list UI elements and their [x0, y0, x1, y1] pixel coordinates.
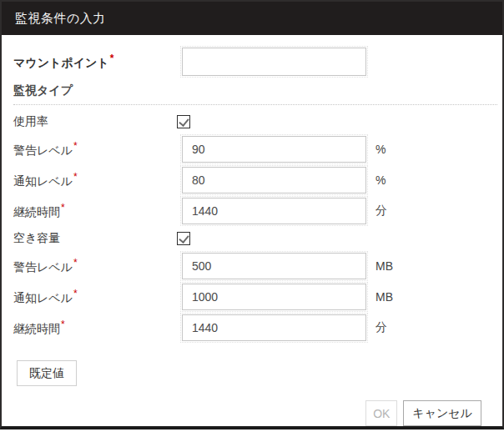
usage-duration-row: 継続時間* 分: [13, 198, 502, 224]
default-values-button[interactable]: 既定値: [17, 360, 77, 386]
usage-warning-label-text: 警告レベル: [13, 143, 73, 157]
usage-warning-unit: %: [375, 143, 386, 156]
required-asterisk: *: [73, 288, 78, 299]
free-notify-unit: MB: [375, 290, 393, 304]
mount-point-label-text: マウントポイント: [13, 56, 109, 69]
usage-rate-checkbox[interactable]: [177, 115, 190, 128]
free-warning-unit: MB: [375, 259, 393, 273]
required-asterisk: *: [73, 140, 78, 152]
required-asterisk: *: [110, 53, 114, 64]
section-monitor-type: 監視タイプ: [13, 83, 497, 105]
cancel-button[interactable]: キャンセル: [403, 400, 481, 426]
dialog-title: 監視条件の入力: [2, 2, 502, 35]
usage-duration-label-text: 継続時間: [13, 205, 60, 219]
usage-rate-row: 使用率: [13, 115, 502, 128]
free-duration-row: 継続時間* 分: [13, 314, 502, 341]
usage-notify-input[interactable]: [182, 167, 366, 193]
monitor-condition-dialog: 監視条件の入力 マウントポイント* 監視タイプ 使用率 警告レベル* % 通知レ…: [0, 0, 504, 429]
ok-button[interactable]: OK: [365, 400, 397, 426]
free-notify-input[interactable]: [182, 284, 366, 310]
dialog-footer: OK キャンセル: [13, 400, 502, 426]
free-duration-label-text: 継続時間: [13, 322, 60, 335]
required-asterisk: *: [73, 257, 78, 269]
usage-warning-label: 警告レベル*: [13, 140, 182, 158]
usage-notify-unit: %: [375, 173, 386, 187]
usage-notify-row: 通知レベル* %: [13, 167, 502, 193]
usage-notify-label-text: 通知レベル: [13, 174, 73, 188]
free-warning-label-text: 警告レベル: [13, 260, 73, 274]
free-notify-label: 通知レベル*: [13, 288, 182, 306]
free-space-row: 空き容量: [13, 232, 502, 245]
free-warning-input[interactable]: [182, 253, 366, 279]
free-warning-row: 警告レベル* MB: [13, 253, 502, 279]
free-space-checkbox[interactable]: [177, 232, 190, 245]
free-duration-input[interactable]: [182, 314, 366, 341]
mount-point-row: マウントポイント*: [13, 48, 502, 76]
usage-duration-unit: 分: [375, 203, 387, 219]
free-notify-label-text: 通知レベル: [13, 291, 73, 304]
free-duration-unit: 分: [375, 320, 387, 335]
usage-notify-label: 通知レベル*: [13, 171, 182, 189]
required-asterisk: *: [61, 202, 65, 213]
usage-duration-input[interactable]: [182, 198, 366, 224]
free-warning-label: 警告レベル*: [13, 257, 182, 275]
free-notify-row: 通知レベル* MB: [13, 284, 502, 310]
usage-rate-label: 使用率: [13, 114, 182, 129]
free-space-label: 空き容量: [13, 231, 182, 246]
usage-warning-row: 警告レベル* %: [13, 136, 502, 163]
free-duration-label: 継続時間*: [13, 319, 182, 337]
usage-warning-input[interactable]: [182, 136, 366, 163]
usage-duration-label: 継続時間*: [13, 202, 182, 220]
mount-point-label: マウントポイント*: [13, 53, 182, 71]
required-asterisk: *: [73, 171, 78, 183]
dialog-body: マウントポイント* 監視タイプ 使用率 警告レベル* % 通知レベル* %: [2, 35, 502, 426]
required-asterisk: *: [61, 319, 65, 330]
mount-point-input[interactable]: [182, 48, 366, 76]
